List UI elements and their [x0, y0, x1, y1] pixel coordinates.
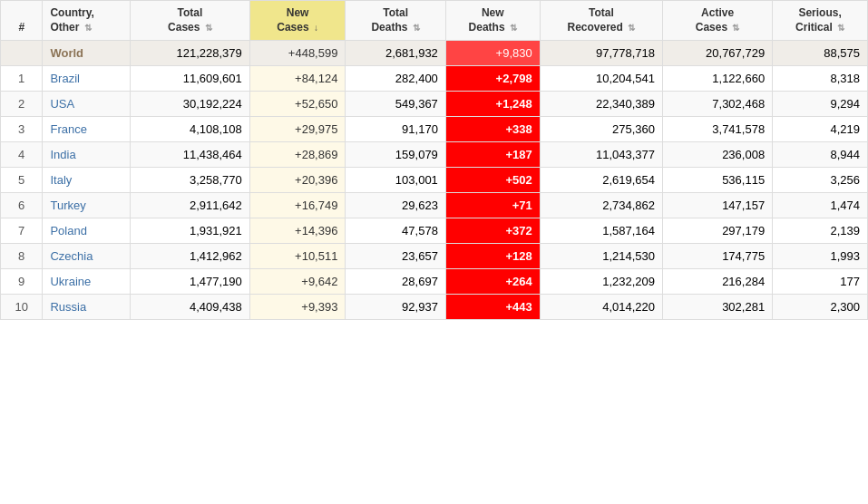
col-total-deaths: TotalDeaths ⇅ [346, 1, 445, 41]
row-total-deaths: 23,657 [346, 244, 445, 269]
row-total-cases: 11,438,464 [131, 142, 250, 168]
sort-icon-serious[interactable]: ⇅ [837, 23, 844, 33]
row-total-recovered: 22,340,389 [540, 92, 662, 117]
world-num [1, 41, 43, 66]
row-num: 2 [1, 92, 43, 117]
col-new-cases: NewCases ↓ [249, 1, 346, 41]
row-new-deaths: +443 [445, 295, 540, 320]
row-country: Turkey [43, 193, 131, 218]
table-row: 4 India 11,438,464 +28,869 159,079 +187 … [1, 142, 868, 168]
row-serious: 8,944 [773, 142, 868, 168]
world-row: World 121,228,379 +448,599 2,681,932 +9,… [1, 41, 868, 66]
table-row: 10 Russia 4,409,438 +9,393 92,937 +443 4… [1, 295, 868, 320]
world-total-cases: 121,228,379 [131, 41, 250, 66]
country-link[interactable]: USA [50, 97, 74, 111]
row-serious: 177 [773, 269, 868, 295]
country-link[interactable]: Italy [50, 173, 72, 187]
row-new-deaths: +338 [445, 117, 540, 142]
row-new-cases: +52,650 [249, 92, 346, 117]
row-active-cases: 302,281 [663, 295, 773, 320]
row-country: Russia [43, 295, 131, 320]
sort-icon-total-recovered[interactable]: ⇅ [628, 23, 635, 33]
country-link[interactable]: Ukraine [50, 275, 91, 288]
row-country: Brazil [43, 66, 131, 92]
row-serious: 2,139 [773, 218, 868, 244]
country-link[interactable]: Brazil [50, 72, 80, 85]
row-new-deaths: +2,798 [445, 66, 540, 92]
world-active-cases: 20,767,729 [663, 41, 773, 66]
sort-icon-new-deaths[interactable]: ⇅ [510, 23, 517, 33]
row-serious: 4,219 [773, 117, 868, 142]
row-num: 9 [1, 269, 43, 295]
row-active-cases: 236,008 [663, 142, 773, 168]
row-total-recovered: 10,204,541 [540, 66, 662, 92]
row-new-deaths: +128 [445, 244, 540, 269]
row-active-cases: 174,775 [663, 244, 773, 269]
row-total-deaths: 282,400 [346, 66, 445, 92]
sort-icon-active-cases[interactable]: ⇅ [732, 23, 739, 33]
row-country: USA [43, 92, 131, 117]
row-total-recovered: 4,014,220 [540, 295, 662, 320]
row-total-recovered: 275,360 [540, 117, 662, 142]
row-serious: 2,300 [773, 295, 868, 320]
table-row: 5 Italy 3,258,770 +20,396 103,001 +502 2… [1, 168, 868, 193]
table-row: 1 Brazil 11,609,601 +84,124 282,400 +2,7… [1, 66, 868, 92]
row-new-cases: +84,124 [249, 66, 346, 92]
country-link[interactable]: Turkey [50, 199, 85, 212]
country-link[interactable]: Russia [50, 300, 86, 314]
col-country: Country,Other ⇅ [43, 1, 131, 41]
row-country: Poland [43, 218, 131, 244]
row-num: 3 [1, 117, 43, 142]
row-total-recovered: 1,587,164 [540, 218, 662, 244]
col-total-recovered: TotalRecovered ⇅ [540, 1, 662, 41]
row-serious: 3,256 [773, 168, 868, 193]
row-country: India [43, 142, 131, 168]
country-link[interactable]: India [50, 148, 75, 161]
col-active-cases: ActiveCases ⇅ [663, 1, 773, 41]
row-total-cases: 3,258,770 [131, 168, 250, 193]
row-new-deaths: +187 [445, 142, 540, 168]
row-new-deaths: +502 [445, 168, 540, 193]
row-new-cases: +9,393 [249, 295, 346, 320]
row-total-recovered: 2,734,862 [540, 193, 662, 218]
table-row: 8 Czechia 1,412,962 +10,511 23,657 +128 … [1, 244, 868, 269]
row-new-cases: +20,396 [249, 168, 346, 193]
row-serious: 1,474 [773, 193, 868, 218]
table-row: 3 France 4,108,108 +29,975 91,170 +338 2… [1, 117, 868, 142]
row-country: Ukraine [43, 269, 131, 295]
col-num: # [1, 1, 43, 41]
row-total-cases: 30,192,224 [131, 92, 250, 117]
table-row: 7 Poland 1,931,921 +14,396 47,578 +372 1… [1, 218, 868, 244]
sort-icon-new-cases[interactable]: ↓ [314, 23, 318, 33]
world-new-cases: +448,599 [249, 41, 346, 66]
sort-icon-total-deaths[interactable]: ⇅ [413, 23, 420, 33]
row-active-cases: 7,302,468 [663, 92, 773, 117]
table-row: 9 Ukraine 1,477,190 +9,642 28,697 +264 1… [1, 269, 868, 295]
row-total-recovered: 1,232,209 [540, 269, 662, 295]
row-active-cases: 3,741,578 [663, 117, 773, 142]
covid-table: # Country,Other ⇅ TotalCases ⇅ NewCases … [0, 0, 868, 320]
row-total-deaths: 92,937 [346, 295, 445, 320]
sort-icon-country[interactable]: ⇅ [84, 23, 92, 33]
row-num: 10 [1, 295, 43, 320]
row-num: 1 [1, 66, 43, 92]
row-new-cases: +14,396 [249, 218, 346, 244]
row-new-deaths: +71 [445, 193, 540, 218]
row-total-deaths: 91,170 [346, 117, 445, 142]
world-serious: 88,575 [773, 41, 868, 66]
col-total-cases: TotalCases ⇅ [131, 1, 250, 41]
world-total-recovered: 97,778,718 [540, 41, 662, 66]
row-num: 8 [1, 244, 43, 269]
table-row: 6 Turkey 2,911,642 +16,749 29,623 +71 2,… [1, 193, 868, 218]
row-num: 5 [1, 168, 43, 193]
country-link[interactable]: France [50, 122, 86, 136]
row-serious: 8,318 [773, 66, 868, 92]
sort-icon-total-cases[interactable]: ⇅ [205, 23, 212, 33]
row-total-cases: 1,477,190 [131, 269, 250, 295]
row-country: France [43, 117, 131, 142]
row-active-cases: 1,122,660 [663, 66, 773, 92]
country-link[interactable]: Poland [50, 224, 86, 237]
row-total-recovered: 2,619,654 [540, 168, 662, 193]
country-link[interactable]: Czechia [50, 249, 93, 263]
world-total-deaths: 2,681,932 [346, 41, 445, 66]
